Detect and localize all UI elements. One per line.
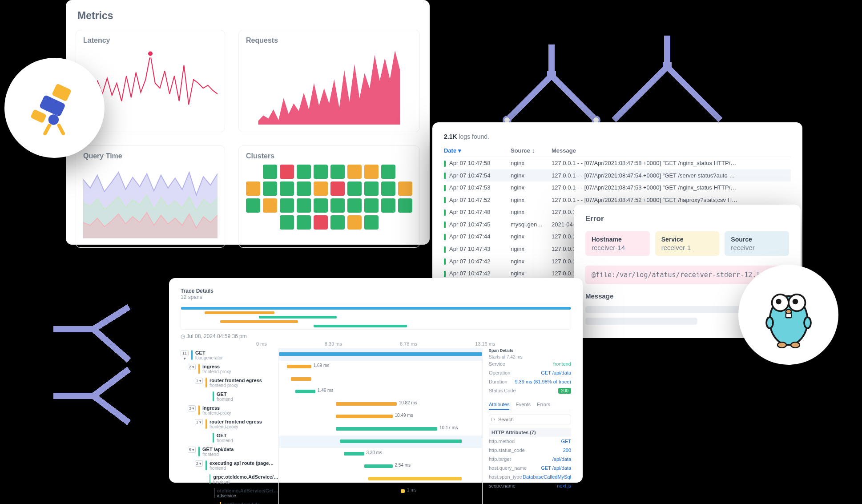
log-row[interactable]: Apr 07 10:47:53nginx127.0.0.1 - - [07/Ap… bbox=[444, 181, 791, 194]
tab-attributes[interactable]: Attributes bbox=[489, 400, 509, 410]
cluster-cell[interactable] bbox=[314, 198, 328, 213]
lane-row[interactable]: 10.17 ms bbox=[279, 423, 482, 435]
trace-node[interactable]: 1 ▾router frontend egressfrontend-proxy bbox=[195, 417, 278, 431]
cluster-cell[interactable] bbox=[398, 181, 412, 196]
cluster-cell[interactable] bbox=[330, 215, 345, 230]
cluster-cell[interactable] bbox=[297, 198, 311, 213]
cluster-cell[interactable] bbox=[364, 181, 379, 196]
trace-node[interactable]: oteldemo.AdService/Get…adservice bbox=[209, 486, 278, 500]
cluster-cell[interactable] bbox=[364, 198, 379, 213]
tab-events[interactable]: Events bbox=[516, 400, 531, 410]
svg-point-22 bbox=[791, 342, 800, 348]
card-clusters[interactable]: Clusters bbox=[238, 145, 420, 248]
toggle[interactable]: 2 ▾ bbox=[188, 364, 196, 370]
svg-point-21 bbox=[777, 342, 786, 348]
toggle[interactable]: 11 ▾ bbox=[181, 350, 189, 356]
querytime-chart bbox=[83, 165, 218, 240]
lane-row[interactable]: 1.69 ms bbox=[279, 361, 482, 373]
trace-minimap[interactable] bbox=[181, 305, 571, 330]
svg-point-19 bbox=[766, 317, 773, 328]
logs-header: Date ▾ Source ↕ Message bbox=[444, 145, 791, 157]
requests-chart bbox=[246, 49, 412, 125]
card-requests[interactable]: Requests bbox=[238, 30, 420, 132]
cluster-cell[interactable] bbox=[246, 198, 260, 213]
log-row[interactable]: Apr 07 10:47:58nginx127.0.0.1 - - [07/Ap… bbox=[444, 157, 791, 169]
toggle[interactable]: 5 ▾ bbox=[188, 447, 196, 453]
span-details: Span Details Starts at 7.42 ms Servicefr… bbox=[482, 348, 571, 504]
trace-tree: 11 ▾GETloadgenerator2 ▾ingressfrontend-p… bbox=[181, 348, 278, 504]
trace-node[interactable]: getRandomAdsadservice bbox=[209, 500, 278, 504]
cluster-cell[interactable] bbox=[280, 215, 294, 230]
tab-errors[interactable]: Errors bbox=[537, 400, 550, 410]
cluster-cell[interactable] bbox=[263, 165, 277, 179]
toggle[interactable]: 3 ▾ bbox=[188, 405, 196, 411]
chip-hostname[interactable]: Hostnamereceiver-14 bbox=[585, 231, 650, 256]
attr-search[interactable] bbox=[489, 415, 571, 424]
cluster-cell[interactable] bbox=[330, 181, 345, 196]
chip-source[interactable]: Sourcereceiver bbox=[725, 231, 789, 256]
cluster-cell[interactable] bbox=[263, 181, 277, 196]
cluster-cell[interactable] bbox=[330, 198, 345, 213]
cluster-cell[interactable] bbox=[297, 181, 311, 196]
lane-row[interactable] bbox=[279, 373, 482, 386]
attr-row: http.status_code200 bbox=[489, 446, 571, 455]
lane-row[interactable]: 1.46 ms bbox=[279, 386, 482, 398]
col-date[interactable]: Date ▾ bbox=[444, 147, 511, 154]
lane-row[interactable]: 2.54 ms bbox=[279, 460, 482, 473]
cluster-cell[interactable] bbox=[364, 215, 379, 230]
chip-service[interactable]: Servicereceiver-1 bbox=[655, 231, 720, 256]
col-source[interactable]: Source ↕ bbox=[511, 147, 552, 154]
cluster-cell[interactable] bbox=[297, 215, 311, 230]
trace-node[interactable]: 2 ▾ingressfrontend-proxy bbox=[188, 362, 278, 376]
toggle[interactable]: 1 ▾ bbox=[195, 378, 203, 384]
cluster-cell[interactable] bbox=[314, 165, 328, 179]
lane-row[interactable] bbox=[279, 473, 482, 485]
lane-row[interactable] bbox=[279, 348, 482, 361]
log-row[interactable]: Apr 07 10:47:54nginx127.0.0.1 - - [07/Ap… bbox=[444, 169, 791, 182]
attr-row: http.target/api/data bbox=[489, 455, 571, 464]
lane-row[interactable] bbox=[279, 435, 482, 448]
lane-row[interactable]: 10.49 ms bbox=[279, 411, 482, 423]
cluster-cell[interactable] bbox=[381, 198, 395, 213]
lane-row[interactable]: 10.82 ms bbox=[279, 398, 482, 411]
trace-node[interactable]: 3 ▾ingressfrontend-proxy bbox=[188, 403, 278, 417]
http-attr-header[interactable]: HTTP Attributes (7) bbox=[489, 428, 571, 437]
cluster-cell[interactable] bbox=[381, 181, 395, 196]
cluster-cell[interactable] bbox=[263, 198, 277, 213]
cluster-cell[interactable] bbox=[280, 198, 294, 213]
col-message: Message bbox=[552, 147, 791, 154]
cluster-cell[interactable] bbox=[347, 165, 362, 179]
cluster-grid bbox=[246, 165, 412, 230]
card-title: Query Time bbox=[83, 152, 218, 160]
cluster-cell[interactable] bbox=[314, 215, 328, 230]
cluster-cell[interactable] bbox=[347, 181, 362, 196]
trace-node[interactable]: 1 ▾router frontend egressfrontend-proxy bbox=[195, 376, 278, 390]
toggle[interactable]: 1 ▾ bbox=[195, 419, 203, 425]
toggle[interactable]: 2 ▾ bbox=[195, 460, 203, 467]
cluster-cell[interactable] bbox=[297, 165, 311, 179]
cluster-cell[interactable] bbox=[398, 198, 412, 213]
lane-row[interactable]: 3.30 ms bbox=[279, 448, 482, 460]
cluster-cell[interactable] bbox=[246, 181, 260, 196]
trace-node[interactable]: 2 ▾executing api route (page…frontend bbox=[195, 459, 278, 472]
cluster-cell[interactable] bbox=[330, 165, 345, 179]
trace-node[interactable]: grpc.oteldemo.AdService/…frontend bbox=[202, 472, 278, 486]
cluster-cell[interactable] bbox=[280, 165, 294, 179]
telescope-badge bbox=[4, 58, 105, 158]
metrics-panel: Metrics Latency Requests Query Time bbox=[66, 0, 430, 245]
cluster-cell[interactable] bbox=[364, 165, 379, 179]
svg-rect-10 bbox=[56, 123, 65, 136]
card-title: Requests bbox=[246, 36, 412, 44]
cluster-cell[interactable] bbox=[347, 215, 362, 230]
trace-node[interactable]: GETfrontend bbox=[202, 390, 278, 403]
trace-node[interactable]: 5 ▾GET /api/datafrontend bbox=[188, 445, 278, 459]
cluster-cell[interactable] bbox=[314, 181, 328, 196]
svg-rect-7 bbox=[30, 109, 47, 123]
cluster-cell[interactable] bbox=[347, 198, 362, 213]
cluster-cell[interactable] bbox=[280, 181, 294, 196]
card-querytime[interactable]: Query Time bbox=[76, 145, 225, 248]
trace-node[interactable]: 11 ▾GETloadgenerator bbox=[181, 348, 278, 362]
cluster-cell[interactable] bbox=[381, 165, 395, 179]
trace-node[interactable]: GETfrontend bbox=[202, 431, 278, 445]
lane-row[interactable]: 1 ms bbox=[279, 485, 482, 498]
